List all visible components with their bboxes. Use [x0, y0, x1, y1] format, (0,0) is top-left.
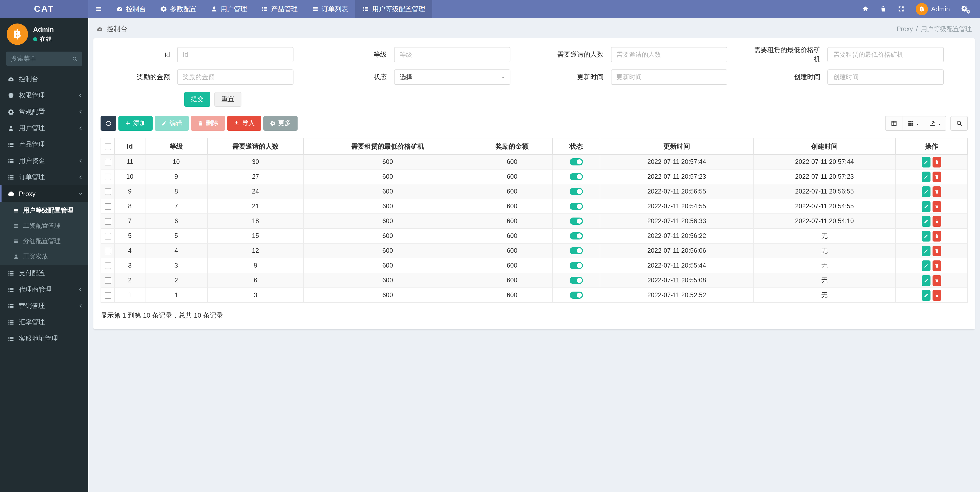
filter-input-updated[interactable] — [611, 70, 727, 85]
sidebar-item-salary-config[interactable]: 工资配置管理 — [0, 218, 88, 233]
add-button[interactable]: 添加 — [118, 116, 153, 131]
more-button[interactable]: 更多 — [263, 116, 298, 131]
sidebar-item-general-config[interactable]: 常规配置 — [0, 103, 88, 120]
status-toggle[interactable] — [570, 232, 583, 240]
gear-icon — [270, 121, 275, 126]
sidebar-toggle-button[interactable] — [88, 0, 109, 18]
filter-input-created[interactable] — [828, 70, 944, 85]
refresh-button[interactable] — [100, 116, 116, 131]
row-checkbox[interactable] — [104, 159, 111, 166]
search-icon[interactable] — [72, 56, 78, 62]
status-toggle[interactable] — [570, 262, 583, 269]
submit-button[interactable]: 提交 — [184, 92, 210, 107]
user-menu[interactable]: ฿ Admin — [910, 3, 956, 15]
edit-button[interactable] — [922, 231, 931, 241]
sidebar-item-marketing[interactable]: 营销管理 — [0, 298, 88, 314]
edit-button[interactable] — [922, 201, 931, 212]
delete-button[interactable] — [932, 290, 941, 301]
delete-button[interactable] — [932, 171, 941, 182]
delete-button[interactable] — [932, 216, 941, 226]
row-checkbox[interactable] — [104, 174, 111, 180]
breadcrumb-parent[interactable]: Proxy — [897, 25, 913, 33]
row-checkbox[interactable] — [104, 277, 111, 284]
sidebar-item-payment-config[interactable]: 支付配置 — [0, 265, 88, 281]
columns-button[interactable] — [902, 116, 924, 131]
edit-button[interactable] — [922, 216, 931, 226]
delete-button[interactable] — [932, 156, 941, 167]
delete-button[interactable] — [932, 231, 941, 241]
filter-input-level[interactable] — [394, 47, 511, 62]
home-button[interactable] — [856, 6, 874, 12]
sidebar-item-products[interactable]: 产品管理 — [0, 136, 88, 153]
clear-cache-button[interactable] — [874, 6, 892, 12]
fullscreen-button[interactable] — [892, 6, 910, 12]
edit-button[interactable] — [922, 186, 931, 197]
row-checkbox[interactable] — [104, 263, 111, 269]
edit-button[interactable] — [922, 245, 931, 256]
row-checkbox[interactable] — [104, 248, 111, 254]
sidebar-search-input[interactable] — [11, 55, 72, 62]
nav-item-products[interactable]: 产品管理 — [254, 0, 305, 18]
sidebar-item-service-address[interactable]: 客服地址管理 — [0, 330, 88, 347]
sidebar-item-user-funds[interactable]: 用户资金 — [0, 153, 88, 169]
sidebar-item-agent-mgmt[interactable]: 代理商管理 — [0, 281, 88, 298]
status-toggle[interactable] — [570, 292, 583, 299]
sidebar-item-proxy[interactable]: Proxy — [0, 185, 88, 202]
content-card: Id 等级 需要邀请的人数 需要租赁的最低价格矿机 — [94, 38, 975, 330]
filter-input-id[interactable] — [177, 47, 293, 62]
import-button[interactable]: 导入 — [227, 116, 261, 131]
sidebar-item-dashboard[interactable]: 控制台 — [0, 71, 88, 87]
reset-button[interactable]: 重置 — [215, 92, 242, 107]
edit-button[interactable] — [922, 171, 931, 182]
list-icon — [8, 303, 14, 309]
status-toggle[interactable] — [570, 277, 583, 284]
status-toggle[interactable] — [570, 218, 583, 225]
sidebar-item-salary-payout[interactable]: 工资发放 — [0, 249, 88, 264]
delete-button[interactable] — [932, 186, 941, 197]
row-checkbox[interactable] — [104, 188, 111, 195]
edit-toolbar-button[interactable]: 编辑 — [155, 116, 189, 131]
toggle-view-button[interactable] — [885, 116, 902, 131]
nav-item-orders[interactable]: 订单列表 — [305, 0, 355, 18]
sidebar-item-permissions[interactable]: 权限管理 — [0, 87, 88, 103]
delete-toolbar-button[interactable]: 删除 — [191, 116, 225, 131]
edit-button[interactable] — [922, 275, 931, 286]
status-select[interactable]: 选择 — [394, 70, 511, 85]
nav-item-users[interactable]: 用户管理 — [204, 0, 254, 18]
nav-item-user-level-config[interactable]: 用户等级配置管理 — [355, 0, 432, 18]
row-checkbox[interactable] — [104, 233, 111, 239]
search-icon — [956, 120, 963, 127]
sidebar-item-user-mgmt[interactable]: 用户管理 — [0, 120, 88, 136]
edit-button[interactable] — [922, 260, 931, 271]
edit-button[interactable] — [922, 156, 931, 167]
search-toggle-button[interactable] — [950, 116, 968, 131]
filter-input-invite[interactable] — [611, 47, 727, 62]
row-checkbox[interactable] — [104, 218, 111, 225]
nav-item-dashboard[interactable]: 控制台 — [109, 0, 153, 18]
edit-button[interactable] — [922, 290, 931, 301]
status-toggle[interactable] — [570, 203, 583, 210]
select-all-checkbox[interactable] — [104, 143, 111, 150]
sidebar-item-exchange-rate[interactable]: 汇率管理 — [0, 314, 88, 330]
status-toggle[interactable] — [570, 159, 583, 166]
nav-item-params[interactable]: 参数配置 — [153, 0, 204, 18]
filter-input-reward[interactable] — [177, 70, 293, 85]
row-checkbox[interactable] — [104, 203, 111, 210]
settings-button[interactable] — [956, 5, 975, 13]
sidebar-item-order-mgmt[interactable]: 订单管理 — [0, 169, 88, 185]
sidebar-item-dividend-config[interactable]: 分红配置管理 — [0, 233, 88, 249]
row-checkbox[interactable] — [104, 292, 111, 299]
status-toggle[interactable] — [570, 188, 583, 195]
status-toggle[interactable] — [570, 174, 583, 180]
sidebar-item-user-level-config[interactable]: 用户等级配置管理 — [0, 203, 88, 218]
export-button[interactable] — [924, 116, 946, 131]
delete-button[interactable] — [932, 260, 941, 271]
status-toggle[interactable] — [570, 247, 583, 255]
delete-button[interactable] — [932, 245, 941, 256]
delete-button[interactable] — [932, 275, 941, 286]
filter-input-min-rent[interactable] — [828, 47, 944, 62]
cell-level: 10 — [145, 154, 207, 169]
delete-button[interactable] — [932, 201, 941, 212]
record-summary: 显示第 1 到第 10 条记录，总共 10 条记录 — [100, 311, 968, 320]
brand-logo[interactable]: CAT — [0, 0, 88, 18]
